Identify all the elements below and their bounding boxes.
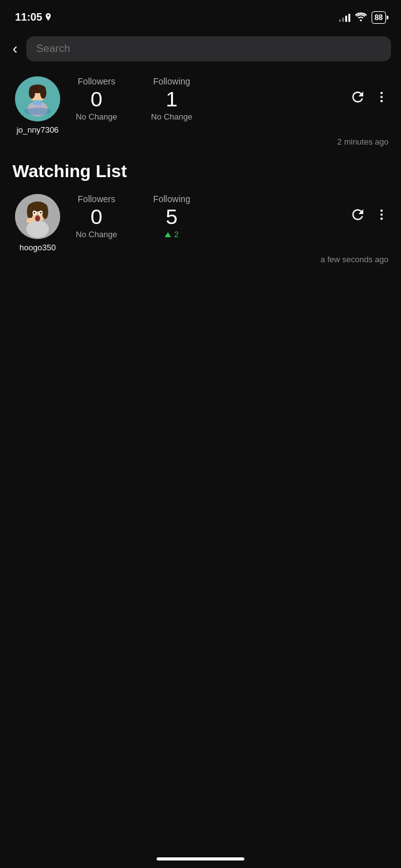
user2-followers-label: Followers	[78, 194, 115, 204]
svg-point-7	[24, 108, 51, 115]
user2-refresh-button[interactable]	[350, 207, 366, 227]
svg-point-10	[380, 100, 383, 103]
user2-following-label: Following	[153, 194, 190, 204]
svg-point-20	[40, 212, 42, 214]
signal-icon	[339, 13, 350, 22]
user2-actions	[350, 194, 388, 227]
user1-followers-change: No Change	[76, 112, 117, 121]
user2-following-value: 5	[166, 205, 178, 228]
user1-stats-actions: Followers 0 No Change Following 1 No Cha…	[71, 76, 388, 121]
user1-avatar	[15, 76, 60, 121]
user1-following-label: Following	[153, 76, 190, 86]
user1-followers-value: 0	[91, 88, 103, 111]
increase-arrow-icon	[165, 232, 171, 237]
user2-following-block: Following 5 2	[147, 194, 197, 239]
user2-avatar	[15, 194, 60, 239]
svg-point-21	[35, 215, 40, 222]
user1-avatar-image	[15, 76, 60, 121]
user1-timestamp: 2 minutes ago	[0, 135, 401, 156]
user2-avatar-wrap: hoogo350	[13, 194, 63, 252]
user2-followers-value: 0	[91, 205, 103, 228]
svg-point-9	[380, 96, 383, 98]
status-time: 11:05	[15, 11, 52, 24]
following-change-number: 2	[174, 230, 179, 239]
battery-icon: 88	[372, 11, 386, 24]
svg-point-15	[27, 204, 33, 219]
user2-following-change: 2	[165, 230, 179, 239]
user-card-1: jo_nny7306 Followers 0 No Change Followi…	[0, 69, 401, 135]
user1-more-button[interactable]	[375, 90, 388, 108]
user2-followers-change: No Change	[76, 230, 117, 239]
user1-actions	[350, 76, 388, 109]
user-card-2: hoogo350 Followers 0 No Change Following…	[0, 186, 401, 252]
user1-following-block: Following 1 No Change	[147, 76, 197, 121]
svg-point-8	[380, 92, 383, 94]
user2-timestamp: a few seconds ago	[0, 252, 401, 274]
svg-point-5	[40, 86, 46, 99]
home-indicator	[157, 857, 244, 860]
user2-followers-block: Followers 0 No Change	[71, 194, 122, 239]
user1-refresh-button[interactable]	[350, 89, 366, 109]
user1-following-change: No Change	[151, 112, 192, 121]
svg-point-16	[42, 204, 48, 219]
back-button[interactable]: ‹	[10, 38, 20, 60]
search-input[interactable]	[26, 36, 391, 61]
user1-avatar-wrap: jo_nny7306	[13, 76, 63, 135]
search-bar-row: ‹	[0, 31, 401, 69]
svg-point-19	[34, 212, 36, 214]
user1-stats-row: Followers 0 No Change Following 1 No Cha…	[71, 76, 197, 121]
svg-point-24	[380, 213, 383, 216]
user2-more-button[interactable]	[375, 208, 388, 225]
status-icons: 88	[339, 11, 386, 24]
watching-list-title: Watching List	[0, 156, 401, 186]
svg-rect-6	[33, 100, 42, 105]
user1-followers-block: Followers 0 No Change	[71, 76, 122, 121]
user2-stats-actions: Followers 0 No Change Following 5 2	[71, 194, 388, 239]
svg-point-23	[380, 210, 383, 212]
svg-point-4	[29, 86, 35, 99]
user2-username: hoogo350	[19, 243, 56, 252]
user1-username: jo_nny7306	[16, 125, 58, 135]
location-icon	[44, 13, 52, 22]
wifi-icon	[355, 13, 367, 23]
svg-point-25	[380, 218, 383, 220]
battery-value: 88	[375, 13, 383, 22]
status-bar: 11:05 88	[0, 0, 401, 31]
time-label: 11:05	[15, 11, 42, 24]
user2-stats-row: Followers 0 No Change Following 5 2	[71, 194, 197, 239]
user1-following-value: 1	[166, 88, 178, 111]
user1-followers-label: Followers	[78, 76, 115, 86]
user2-avatar-image	[15, 194, 60, 239]
